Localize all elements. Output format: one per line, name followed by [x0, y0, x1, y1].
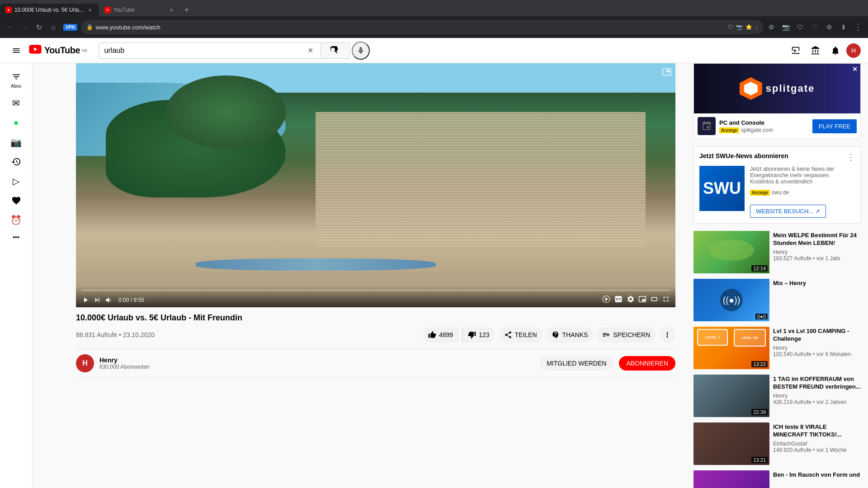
yt-logo[interactable]: YouTube DE: [29, 45, 88, 56]
more-actions-button[interactable]: [659, 327, 675, 343]
extension-btn-3[interactable]: 🛡: [794, 21, 807, 33]
dislike-button[interactable]: 123: [462, 327, 495, 343]
pip-icon: [662, 67, 672, 78]
ad-domain: splitgate.com: [741, 127, 773, 133]
channel-name[interactable]: Henry: [99, 357, 534, 364]
swu-logo: SWU: [699, 166, 745, 211]
address-input[interactable]: [96, 24, 725, 31]
yt-main: 0:00 / 9:55: [65, 63, 868, 488]
fullscreen-button[interactable]: [662, 295, 670, 305]
next-button[interactable]: [93, 296, 101, 304]
join-button[interactable]: MITGLIED WERDEN: [539, 356, 613, 371]
ad-close-button[interactable]: ✕: [852, 66, 859, 73]
upload-button[interactable]: [787, 42, 805, 60]
rec-thumb-4: 22:39: [693, 375, 769, 417]
rec-video-6[interactable]: Ben - Im Rausch von Form und: [693, 470, 861, 488]
sidebar-item-subscriptions[interactable]: Abos: [3, 67, 30, 91]
rec-video-1[interactable]: 12:14 Mein WELPE Bestimmt Für 24 Stunden…: [693, 231, 861, 273]
video-meta: 88.831 Aufrufe • 23.10.2020 4899 123: [76, 327, 675, 343]
reload-button[interactable]: ↻: [33, 21, 45, 33]
subscribe-button[interactable]: ABONNIEREN: [619, 356, 675, 371]
extension-btn-1[interactable]: ⚙: [765, 21, 778, 33]
youtube-app: YouTube DE ✕ H: [0, 38, 868, 488]
sidebar-item-wa[interactable]: ●: [3, 113, 30, 131]
user-avatar[interactable]: H: [846, 43, 861, 58]
tab-favicon-1: [5, 7, 12, 13]
extension-icon-2: 📷: [736, 24, 743, 30]
tab-inactive[interactable]: YouTube ✕: [99, 4, 180, 16]
rec-thumb-2: ((●)) ((●)): [693, 279, 769, 321]
back-button[interactable]: ←: [4, 21, 16, 33]
home-button[interactable]: ⌂: [47, 21, 60, 33]
video-player[interactable]: 0:00 / 9:55: [76, 63, 675, 307]
extension-btn-5[interactable]: ⚙: [823, 21, 835, 33]
rec-views-5: 149.920 Aufrufe • vor 1 Woche: [773, 447, 861, 453]
notifications-button[interactable]: [826, 42, 844, 60]
ad-badge: Anzeige: [719, 127, 739, 133]
sidebar-item-more[interactable]: •••: [3, 230, 30, 244]
dislike-count: 123: [479, 331, 489, 338]
apps-button[interactable]: [807, 42, 825, 60]
extension-btn-6[interactable]: ⬇: [837, 21, 850, 33]
rec-video-3[interactable]: LEVEL 1 LEVEL 100 13:22 Lvl 1 vs Lvl 100…: [693, 327, 861, 369]
address-bar[interactable]: 🔒 🛡 📷 ⭐ ↓: [81, 20, 763, 34]
extension-icon-4: ↓: [755, 24, 758, 30]
ad-swu-cta-button[interactable]: WEBSITE BESUCH... ↗: [750, 205, 826, 218]
like-button[interactable]: 4899: [423, 327, 458, 343]
sidebar-right: splitgate ✕ PC and Console Anzeige split…: [686, 63, 868, 488]
theater-button[interactable]: [650, 295, 658, 305]
sidebar-item-ig[interactable]: 📷: [3, 132, 30, 150]
yt-logo-badge: DE: [82, 48, 88, 53]
rec-duration-1: 12:14: [751, 265, 768, 272]
thanks-label: THANKS: [562, 331, 588, 338]
sidebar-item-clock2[interactable]: ⏰: [3, 210, 30, 228]
mic-button[interactable]: [352, 42, 370, 60]
save-button[interactable]: SPEICHERN: [597, 327, 656, 343]
extension-btn-4[interactable]: ♡: [808, 21, 821, 33]
progress-bar[interactable]: [81, 290, 670, 291]
ad-swu: Jetzt SWUe-News abonnieren ⋮ SWU Jetzt a…: [693, 146, 861, 224]
search-input-wrap[interactable]: ✕: [99, 42, 321, 59]
share-label: TEILEN: [515, 331, 537, 338]
rec-title-5: ICH teste 8 VIRALE MINECRAFT TIKTOKS!...: [773, 423, 861, 439]
rec-info-6: Ben - Im Rausch von Form und: [773, 470, 861, 488]
forward-button[interactable]: →: [18, 21, 31, 33]
share-button[interactable]: TEILEN: [499, 327, 542, 343]
hamburger-menu[interactable]: [7, 42, 25, 60]
ad-cta-button[interactable]: PLAY FREE: [812, 119, 857, 133]
rec-duration-4: 22:39: [751, 409, 768, 415]
video-controls: 0:00 / 9:55: [76, 286, 675, 307]
rec-video-4[interactable]: 22:39 1 TAG im KOFFERRAUM von BESTEM FRE…: [693, 375, 861, 417]
video-content: 0:00 / 9:55: [65, 63, 686, 488]
rec-title-1: Mein WELPE Bestimmt Für 24 Stunden Mein …: [773, 232, 861, 247]
thanks-button[interactable]: THANKS: [546, 327, 594, 343]
play-button[interactable]: [81, 296, 90, 304]
tab-close-2[interactable]: ✕: [168, 6, 175, 14]
settings-button[interactable]: [627, 295, 635, 305]
ad-swu-more[interactable]: ⋮: [847, 152, 855, 162]
search-button[interactable]: [321, 42, 350, 59]
tab-close-1[interactable]: ✕: [86, 6, 94, 14]
sidebar-item-like[interactable]: [3, 191, 30, 208]
rec-info-4: 1 TAG im KOFFERRAUM von BESTEM FREUND ve…: [773, 375, 861, 417]
tab-active[interactable]: 10.000€ Urlaub vs. 5€ Urla... ✕: [0, 4, 99, 16]
tab-bar: 10.000€ Urlaub vs. 5€ Urla... ✕ YouTube …: [0, 0, 868, 16]
volume-button[interactable]: [105, 296, 113, 304]
rec-video-5[interactable]: 13:21 ICH teste 8 VIRALE MINECRAFT TIKTO…: [693, 422, 861, 465]
search-input[interactable]: [104, 47, 307, 55]
sidebar-item-arrow[interactable]: ▷: [3, 171, 30, 189]
cc-button[interactable]: [614, 295, 623, 305]
sidebar-item-history[interactable]: [3, 152, 30, 169]
tab-title-1: 10.000€ Urlaub vs. 5€ Urla...: [14, 7, 84, 13]
rec-video-2[interactable]: ((●)) ((●)) Mix – Henry: [693, 279, 861, 321]
channel-avatar[interactable]: H: [76, 354, 94, 372]
extension-btn-2[interactable]: 📷: [779, 21, 792, 33]
yt-logo-icon: [29, 45, 42, 56]
search-clear-button[interactable]: ✕: [307, 46, 313, 55]
miniplayer-button[interactable]: [638, 295, 646, 305]
quality-button[interactable]: [602, 295, 610, 305]
sidebar-item-msg[interactable]: ✉: [3, 93, 30, 111]
menu-button[interactable]: ⋮: [852, 21, 864, 33]
ad-swu-domain: swu.de: [772, 189, 789, 196]
new-tab-button[interactable]: +: [180, 4, 193, 16]
